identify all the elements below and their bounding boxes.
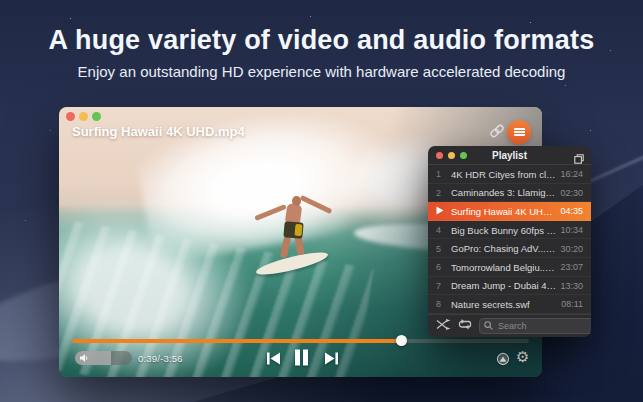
row-number: 1 xyxy=(436,169,451,179)
next-icon xyxy=(324,352,339,365)
streaming-button[interactable] xyxy=(495,352,511,370)
repeat-button[interactable] xyxy=(458,318,472,333)
row-filename: Dream Jump - Dubai 4K.wmv xyxy=(451,280,560,291)
hero-subtitle: Enjoy an outstanding HD experience with … xyxy=(0,63,643,80)
row-duration: 30:20 xyxy=(560,244,583,254)
previous-icon xyxy=(266,352,281,365)
playlist-row[interactable]: 2 Caminandes 3: Llamigos.mov 02:30 xyxy=(428,184,591,203)
row-number: 2 xyxy=(436,188,451,198)
previous-track-button[interactable] xyxy=(266,352,281,368)
row-filename: Big Buck Bunny 60fps 4K.mkv xyxy=(451,225,560,236)
row-number: 6 xyxy=(436,262,451,272)
playlist-row[interactable]: 5 GoPro: Chasing AdV...ure 4K.mp4 30:20 xyxy=(428,239,591,258)
playlist-row[interactable]: 7 Dream Jump - Dubai 4K.wmv 13:30 xyxy=(428,277,591,296)
row-duration: 13:30 xyxy=(560,281,583,291)
playlist-header: Playlist xyxy=(428,146,591,165)
playlist-row[interactable]: 6 Tomorrowland Belgiu...vie 4K.mkv 23:07 xyxy=(428,258,591,277)
row-duration: 08:11 xyxy=(561,299,583,309)
seek-bar[interactable] xyxy=(72,339,529,343)
row-duration: 16:24 xyxy=(560,169,583,179)
playlist-window: Playlist 1 4K HDR Cityes from clouds.avi… xyxy=(428,146,591,337)
row-number: 7 xyxy=(436,281,451,291)
row-duration: 23:07 xyxy=(560,262,583,272)
time-display: 0:39/-3:56 xyxy=(138,353,183,364)
playlist-row[interactable]: 8 Nature secrets.swf 08:11 xyxy=(428,295,591,314)
pause-icon xyxy=(293,349,310,366)
row-filename: Caminandes 3: Llamigos.mov xyxy=(451,187,560,198)
volume-slider[interactable] xyxy=(75,351,132,365)
close-button[interactable] xyxy=(66,112,75,121)
playlist-title: Playlist xyxy=(428,150,591,161)
playlist-row-playing[interactable]: Surfing Hawaii 4K UHD.mp4 04:35 xyxy=(428,202,591,221)
row-number: 8 xyxy=(436,299,451,309)
row-duration: 04:35 xyxy=(560,206,583,216)
open-link-icon[interactable] xyxy=(488,123,506,139)
seek-fill xyxy=(72,339,401,343)
repeat-icon xyxy=(458,319,472,330)
shuffle-button[interactable] xyxy=(436,318,451,333)
detach-panel-button[interactable] xyxy=(574,150,584,160)
row-number: 5 xyxy=(436,244,451,254)
playlist-row[interactable]: 4 Big Buck Bunny 60fps 4K.mkv 10:34 xyxy=(428,221,591,240)
row-duration: 10:34 xyxy=(560,225,583,235)
window-controls xyxy=(66,112,101,121)
row-duration: 02:30 xyxy=(560,188,583,198)
row-filename: Nature secrets.swf xyxy=(451,299,561,310)
gear-icon: ⚙ xyxy=(516,348,529,366)
airplay-stream-icon xyxy=(495,352,511,367)
wallpaper-stars xyxy=(10,10,11,11)
row-number: 4 xyxy=(436,225,451,235)
row-filename: 4K HDR Cityes from clouds.avi xyxy=(451,169,560,180)
zoom-button[interactable] xyxy=(92,112,101,121)
desktop: A huge variety of video and audio format… xyxy=(0,0,643,402)
hero-title: A huge variety of video and audio format… xyxy=(0,25,643,56)
playlist-lines-icon xyxy=(514,128,525,136)
settings-button[interactable]: ⚙ xyxy=(516,350,529,365)
search-icon xyxy=(484,321,493,330)
next-track-button[interactable] xyxy=(324,352,339,368)
shuffle-icon xyxy=(436,319,451,330)
panel-icon xyxy=(574,154,584,164)
minimize-button[interactable] xyxy=(79,112,88,121)
playlist-toggle-button[interactable] xyxy=(507,120,531,144)
playlist-footer xyxy=(428,314,591,337)
hero-section: A huge variety of video and audio format… xyxy=(0,25,643,80)
seek-knob[interactable] xyxy=(396,335,407,346)
row-filename: Tomorrowland Belgiu...vie 4K.mkv xyxy=(451,262,560,273)
now-playing-icon xyxy=(436,206,451,217)
playlist-row[interactable]: 1 4K HDR Cityes from clouds.avi 16:24 xyxy=(428,165,591,184)
video-title: Surfing Hawaii 4K UHD.mp4 xyxy=(72,124,245,139)
search-field[interactable] xyxy=(479,318,591,334)
pause-button[interactable] xyxy=(293,349,310,369)
search-input[interactable] xyxy=(496,320,591,332)
row-filename: GoPro: Chasing AdV...ure 4K.mp4 xyxy=(451,243,560,254)
speaker-icon xyxy=(80,354,89,362)
row-filename: Surfing Hawaii 4K UHD.mp4 xyxy=(451,206,560,217)
